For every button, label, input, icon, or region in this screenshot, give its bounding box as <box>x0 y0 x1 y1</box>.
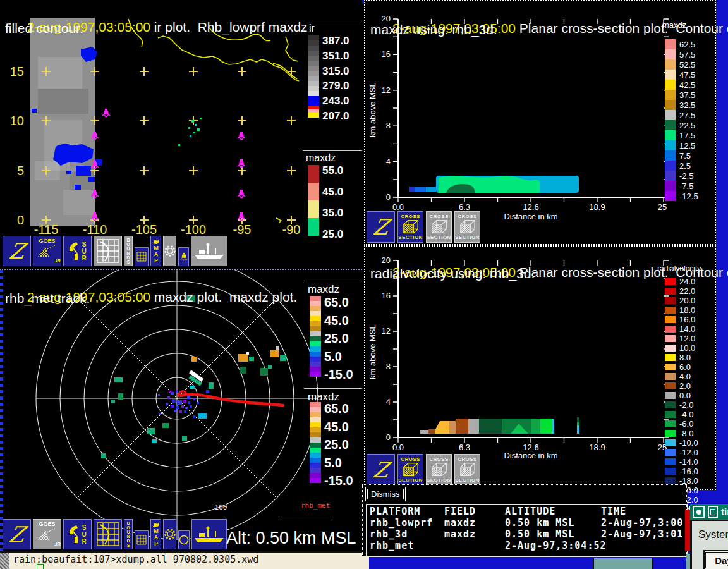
gear-button[interactable] <box>163 236 176 266</box>
surveillance-button[interactable]: SUR <box>63 519 92 549</box>
map-ytick-5: 5 <box>3 164 24 178</box>
table-cell: 0.50 km MSL <box>505 518 601 529</box>
xsec-maxdz-panel: 20 16 12 8 4 0 0.0 6.3 12.6 18.9 25 Dist… <box>364 0 716 245</box>
cube-icon <box>428 462 450 477</box>
colorbar-tick: -16.0 <box>679 467 698 476</box>
cross-section-button[interactable]: CROSS SECTION <box>454 454 480 486</box>
colorbar-segment <box>665 468 676 475</box>
xsec-maxdz-title-line2: maxdz using: rhb_3d. <box>370 21 497 38</box>
colorbar-tick: 18.0 <box>679 305 695 315</box>
bounds-button[interactable]: BOUNDS <box>124 236 133 266</box>
velocity-contour-band <box>420 417 579 434</box>
cross-section-button[interactable]: CROSS SECTION <box>454 211 480 243</box>
buoy-button[interactable] <box>178 247 189 266</box>
zebra-logo: Z <box>8 240 27 262</box>
colorbar-entry: 47.5 <box>665 70 698 80</box>
ship-button[interactable] <box>191 236 228 266</box>
colorbar-entry: 12.5 <box>665 140 698 150</box>
colorbar-tick: 12.5 <box>679 141 695 150</box>
colorbar-segment <box>665 345 676 352</box>
colorbar-segment <box>308 86 319 91</box>
gear-button[interactable] <box>163 519 176 549</box>
colorbar-segment <box>665 80 676 90</box>
grid-display-button[interactable] <box>94 519 122 549</box>
ship-button[interactable] <box>191 519 227 549</box>
colorbar-segment <box>310 412 321 417</box>
document-icon[interactable] <box>708 506 718 518</box>
window-menu-icon[interactable] <box>693 506 705 518</box>
map-button[interactable]: MAP <box>150 236 161 266</box>
time-widget-body: System Day <box>690 520 728 569</box>
map-button[interactable]: MAP <box>150 519 161 549</box>
colorbar-entry: 6.0 <box>665 362 698 372</box>
cross-section-button-active[interactable]: CROSS SECTION <box>397 211 423 243</box>
zebra-logo: Z <box>8 523 27 545</box>
colorbar-entry: 24.0 <box>665 277 698 286</box>
time-widget-titlebar[interactable]: time <box>690 504 728 520</box>
dismiss-button[interactable]: Dismiss <box>365 487 406 501</box>
svg-text:4: 4 <box>386 397 391 407</box>
colorbar-entry: 17.5 <box>665 130 698 140</box>
colorbar-entry: -12.5 <box>665 191 698 201</box>
colorbar-entry: 27.5 <box>665 110 698 120</box>
terminal-scrollbar[interactable] <box>0 553 9 569</box>
zebra-menu-button[interactable]: Z <box>367 454 395 486</box>
colorbar-tick: 17.5 <box>679 131 695 140</box>
colorbar-segment <box>665 191 676 201</box>
goes-ir-button[interactable]: GOES .IR <box>33 236 61 266</box>
buoy-icon <box>179 252 188 262</box>
colorbar-entry: -7.5 <box>665 181 698 191</box>
colorbar-segment <box>665 420 676 427</box>
section-label: SECTION <box>427 235 451 240</box>
map-xtick-5: -90 <box>282 223 301 237</box>
zebra-menu-button[interactable]: Z <box>367 211 395 243</box>
colorbar-segment <box>665 150 676 161</box>
colorbar-segment <box>308 71 319 76</box>
map-blob-icon <box>152 522 160 528</box>
colorbar-segment <box>665 161 676 171</box>
table-cell: rhb_3d <box>370 529 444 540</box>
colorbar-tick: 0.0 <box>679 391 691 400</box>
day-button[interactable]: Day <box>703 550 728 569</box>
terminal-window[interactable]: rain:beaufait:107>xdump.all 970802.0305.… <box>0 551 369 569</box>
colorbar-segment <box>310 458 321 463</box>
surveillance-button[interactable]: SUR <box>63 236 92 266</box>
cross-label: CROSS <box>458 456 476 462</box>
table-header: FIELD <box>444 506 505 517</box>
colorbar-segment <box>310 443 321 448</box>
colorbar-tick: 37.5 <box>679 90 695 100</box>
colorbar-tick: -7.5 <box>679 181 693 191</box>
zebra-menu-button[interactable]: Z <box>3 236 31 266</box>
svg-text:18.9: 18.9 <box>589 202 605 212</box>
small-grid-button[interactable] <box>135 247 149 266</box>
zebra-menu-button[interactable]: Z <box>3 519 31 549</box>
colorbar-entry: 14.0 <box>665 324 698 334</box>
colorbar-tick: 65.0 <box>324 296 353 309</box>
grid-display-button[interactable] <box>94 236 122 266</box>
goes-ir-button[interactable]: GOES .IR <box>33 519 61 549</box>
y-axis-label: km above MSL <box>368 324 377 379</box>
ir-title-rest: ir plot. Rhb_lowprf maxdz <box>150 20 308 34</box>
bounds-button[interactable]: BOUNDS <box>124 519 133 549</box>
radar-colorbar-b: 65.045.025.05.0-15.0 <box>310 402 353 487</box>
radar-range-label: -100 <box>210 503 228 511</box>
cross-section-button[interactable]: CROSS SECTION <box>426 454 452 486</box>
cross-section-button-active[interactable]: CROSS SECTION <box>397 454 423 486</box>
cross-section-button[interactable]: CROSS SECTION <box>426 211 452 243</box>
colorbar-segment <box>310 311 321 316</box>
colorbar-entry: 2.5 <box>665 161 698 171</box>
colorbar-tick: 207.0 <box>322 111 349 121</box>
colorbar-segment <box>310 463 321 468</box>
maxdz-colorbar: 55.045.035.025.0 <box>308 165 343 240</box>
table-cell: 0.50 km MSL <box>505 529 601 540</box>
colorbar-segment <box>665 439 676 446</box>
xsec-vel-cb-label: radialvelocity <box>657 264 701 273</box>
small-grid-button[interactable] <box>135 530 149 549</box>
colorbar-tick: -6.0 <box>679 419 693 429</box>
colorbar-segment <box>665 411 676 418</box>
colorbar-tick: -15.0 <box>324 474 353 487</box>
circle-button[interactable] <box>178 530 190 549</box>
colorbar-tick: 20.0 <box>679 296 695 305</box>
colorbar-tick: -12.5 <box>679 192 698 201</box>
colorbar-tick: 5.0 <box>324 350 353 363</box>
